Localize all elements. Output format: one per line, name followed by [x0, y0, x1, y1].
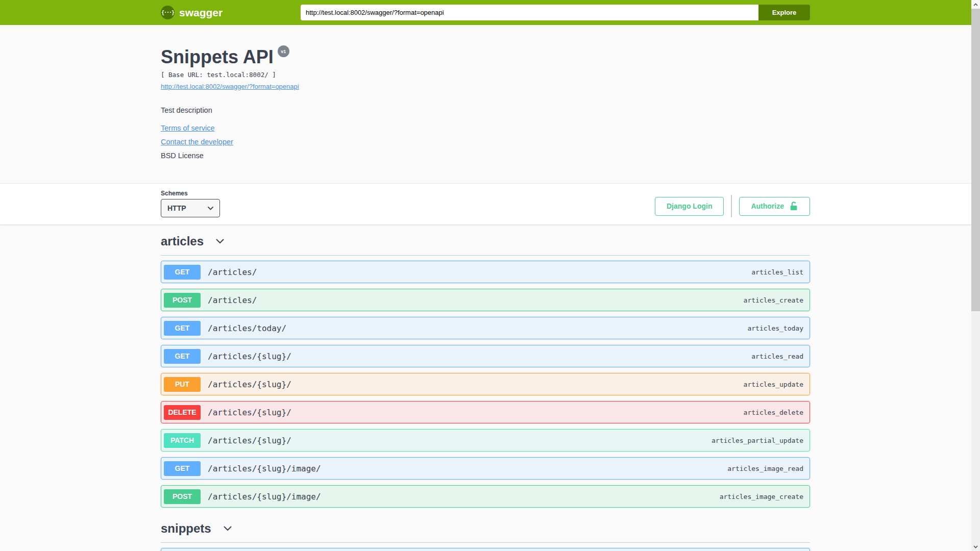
- operation-path: /articles/: [208, 267, 257, 277]
- http-method-badge: PUT: [164, 377, 201, 392]
- operation-row[interactable]: DELETE /articles/{slug}/ articles_delete: [161, 401, 810, 423]
- chevron-up-icon: [973, 3, 978, 6]
- brand-title: swagger: [179, 7, 223, 19]
- chevron-down-icon: [208, 207, 213, 210]
- tag-name: articles: [161, 234, 204, 249]
- operation-id: articles_image_create: [720, 493, 803, 500]
- operation-row[interactable]: GET /articles/today/ articles_today: [161, 317, 810, 339]
- operation-row[interactable]: PATCH /articles/{slug}/ articles_partial…: [161, 429, 810, 452]
- scheme-container: Schemes HTTP Django Login Authorize: [0, 183, 980, 224]
- spec-link[interactable]: http://test.local:8002/swagger/?format=o…: [161, 83, 299, 90]
- schemes-group: Schemes HTTP: [161, 190, 220, 217]
- operation-id: articles_list: [751, 268, 803, 276]
- operation-path: /articles/{slug}/: [208, 352, 291, 361]
- operation-path: /articles/today/: [208, 323, 286, 333]
- operation-path: /articles/: [208, 295, 257, 305]
- operation-row[interactable]: GET /snippets/ snippets_list: [161, 548, 810, 551]
- unlocked-padlock-icon: [789, 201, 798, 211]
- auth-wrapper: Django Login Authorize: [655, 195, 810, 217]
- operation-row[interactable]: GET /articles/{slug}/ articles_read: [161, 345, 810, 367]
- section-operations: GET /snippets/ snippets_list: [161, 543, 810, 551]
- schemes-label: Schemes: [161, 190, 220, 197]
- schemes-selected-value: HTTP: [167, 204, 186, 212]
- schemes-select[interactable]: HTTP: [161, 199, 220, 217]
- authorize-label: Authorize: [751, 202, 784, 210]
- http-method-badge: GET: [164, 265, 201, 280]
- operation-row[interactable]: GET /articles/{slug}/image/ articles_ima…: [161, 457, 810, 480]
- operation-path: /articles/{slug}/image/: [208, 464, 321, 473]
- operation-path: /articles/{slug}/: [208, 380, 291, 389]
- spec-url-input[interactable]: [301, 5, 758, 20]
- http-method-badge: POST: [164, 293, 201, 308]
- api-tag-section: snippets GET /snippets/ snippets_list: [161, 521, 810, 551]
- http-method-badge: GET: [164, 321, 201, 336]
- authorize-button[interactable]: Authorize: [739, 197, 810, 216]
- operation-row[interactable]: PUT /articles/{slug}/ articles_update: [161, 373, 810, 395]
- operation-path: /articles/{slug}/: [208, 408, 291, 417]
- swagger-braces-icon: {···}: [161, 6, 175, 19]
- http-method-badge: DELETE: [164, 405, 201, 420]
- chevron-down-icon: [216, 239, 224, 244]
- http-method-badge: POST: [164, 489, 201, 504]
- operation-id: articles_partial_update: [712, 437, 803, 444]
- api-tag-section: articles GET /articles/ articles_list PO…: [161, 234, 810, 508]
- section-operations: GET /articles/ articles_list POST /artic…: [161, 256, 810, 508]
- operation-id: articles_read: [751, 353, 803, 360]
- operation-path: /articles/{slug}/image/: [208, 492, 321, 502]
- page-title: Snippets APIv1: [161, 47, 810, 67]
- http-method-badge: GET: [164, 349, 201, 364]
- license-text: BSD License: [161, 152, 810, 160]
- chevron-down-icon: [973, 545, 978, 548]
- scroll-down-button[interactable]: [971, 542, 980, 551]
- terms-of-service-link[interactable]: Terms of service: [161, 124, 215, 132]
- vertical-scrollbar[interactable]: [971, 0, 980, 551]
- tag-header[interactable]: snippets: [161, 521, 810, 543]
- django-login-button[interactable]: Django Login: [655, 197, 724, 216]
- swagger-logo[interactable]: {···} swagger: [161, 6, 223, 19]
- operation-id: articles_image_read: [727, 465, 803, 472]
- operation-id: articles_create: [744, 296, 803, 304]
- tag-name: snippets: [161, 521, 211, 536]
- operation-id: articles_today: [747, 324, 803, 332]
- topbar: {···} swagger Explore: [0, 0, 980, 25]
- chevron-down-icon: [224, 526, 232, 531]
- operation-row[interactable]: POST /articles/{slug}/image/ articles_im…: [161, 485, 810, 508]
- scroll-up-button[interactable]: [971, 0, 980, 9]
- spec-url-bar: Explore: [301, 5, 810, 20]
- version-badge: v1: [278, 45, 289, 57]
- explore-button[interactable]: Explore: [758, 5, 810, 20]
- api-description: Test description: [161, 106, 810, 114]
- http-method-badge: GET: [164, 461, 201, 476]
- scrollbar-thumb[interactable]: [971, 9, 980, 311]
- auth-divider: [731, 195, 732, 217]
- operations-list: articles GET /articles/ articles_list PO…: [161, 224, 810, 551]
- operation-row[interactable]: POST /articles/ articles_create: [161, 289, 810, 311]
- tag-header[interactable]: articles: [161, 234, 810, 256]
- operation-row[interactable]: GET /articles/ articles_list: [161, 261, 810, 283]
- base-url: [ Base URL: test.local:8002/ ]: [161, 71, 810, 79]
- http-method-badge: PATCH: [164, 433, 201, 448]
- operation-id: articles_update: [744, 381, 803, 388]
- operation-path: /articles/{slug}/: [208, 436, 291, 445]
- contact-developer-link[interactable]: Contact the developer: [161, 138, 233, 146]
- operation-id: articles_delete: [744, 409, 803, 416]
- api-info-section: Snippets APIv1 [ Base URL: test.local:80…: [0, 25, 980, 183]
